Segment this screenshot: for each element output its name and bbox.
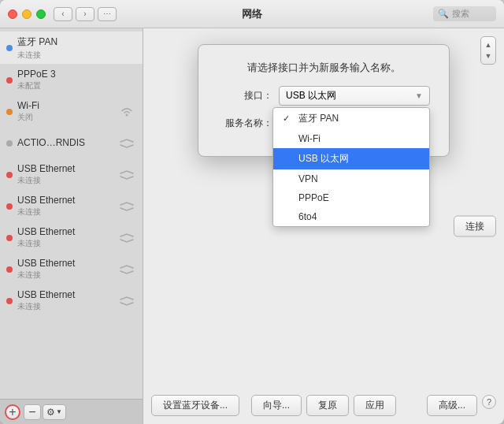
- arrows-icon: [117, 200, 136, 213]
- search-box[interactable]: 🔍 搜索: [433, 6, 496, 21]
- item-name: USB Ethernet: [17, 289, 117, 300]
- sidebar-item-actio-rndis[interactable]: ACTIO…RNDIS: [0, 127, 143, 158]
- item-status: 未连接: [17, 270, 117, 281]
- item-name: USB Ethernet: [17, 195, 117, 206]
- sidebar-item-usb-eth-3[interactable]: USB Ethernet 未连接: [0, 221, 143, 253]
- right-panel: ▲ ▼ 连接 请选择接口并为新服务输入名称。 接口： USB 以太网: [143, 28, 504, 424]
- dropdown-item-bt-pan[interactable]: ✓ 蓝牙 PAN: [273, 108, 429, 129]
- dropdown-item-pppoe[interactable]: PPPoE: [273, 188, 429, 207]
- wifi-icon: [117, 106, 136, 118]
- chevron-down-icon: ▼: [56, 409, 62, 415]
- item-status: 未连接: [17, 175, 117, 186]
- item-name: Wi-Fi: [17, 100, 117, 111]
- modal-title: 请选择接口并为新服务输入名称。: [217, 61, 430, 75]
- dropdown-item-label: 蓝牙 PAN: [298, 112, 339, 125]
- arrows-icon: [117, 232, 136, 244]
- item-name: 蓝牙 PAN: [17, 35, 136, 49]
- dropdown-item-usb-eth[interactable]: USB 以太网: [273, 148, 429, 169]
- dropdown-item-label: VPN: [298, 173, 318, 184]
- dropdown-item-label: PPPoE: [298, 192, 329, 203]
- selected-interface-value: USB 以太网: [286, 89, 336, 102]
- status-dot: [6, 140, 13, 147]
- dropdown-item-label: 6to4: [298, 211, 317, 222]
- window-title: 网络: [242, 7, 262, 21]
- sidebar-item-usb-eth-4[interactable]: USB Ethernet 未连接: [0, 253, 143, 285]
- minimize-button[interactable]: [22, 9, 32, 19]
- sidebar-item-pppoe3[interactable]: PPPoE 3 未配置: [0, 64, 143, 95]
- dropdown-item-label: Wi-Fi: [298, 133, 321, 144]
- sidebar-item-bluetooth-pan[interactable]: 蓝牙 PAN 未连接: [0, 32, 143, 64]
- service-name-label: 服务名称：: [217, 117, 272, 130]
- svg-point-0: [126, 113, 128, 116]
- remove-service-button[interactable]: −: [24, 404, 41, 420]
- main-content: 蓝牙 PAN 未连接 PPPoE 3 未配置 Wi-Fi: [0, 28, 504, 424]
- traffic-lights: [8, 9, 46, 19]
- item-name: USB Ethernet: [17, 258, 117, 269]
- network-window: ‹ › ⋯ 网络 🔍 搜索 蓝牙 PAN 未连接: [0, 0, 504, 424]
- item-name: PPPoE 3: [17, 69, 136, 80]
- item-status: 未连接: [17, 206, 117, 218]
- close-button[interactable]: [8, 9, 17, 19]
- item-name: ACTIO…RNDIS: [17, 137, 117, 148]
- item-status: 未配置: [17, 80, 136, 91]
- item-status: 未连接: [17, 238, 117, 249]
- arrows-icon: [117, 263, 136, 276]
- status-dot: [6, 77, 13, 84]
- status-dot: [6, 203, 13, 210]
- sidebar-toolbar: + − ⚙ ▼: [0, 399, 143, 424]
- status-dot: [6, 235, 13, 241]
- titlebar: ‹ › ⋯ 网络 🔍 搜索: [0, 0, 504, 28]
- maximize-button[interactable]: [36, 9, 46, 19]
- dropdown-item-label: USB 以太网: [298, 152, 349, 166]
- dropdown-item-vpn[interactable]: VPN: [273, 169, 429, 188]
- chevron-down-icon: ▼: [415, 91, 423, 100]
- status-dot: [6, 45, 13, 51]
- item-name: USB Ethernet: [17, 163, 117, 174]
- sidebar-list: 蓝牙 PAN 未连接 PPPoE 3 未配置 Wi-Fi: [0, 28, 143, 399]
- item-status: 关闭: [17, 112, 117, 123]
- settings-button[interactable]: ⚙ ▼: [43, 404, 66, 420]
- status-dot: [6, 109, 13, 115]
- back-button[interactable]: ‹: [54, 7, 72, 21]
- search-placeholder: 搜索: [452, 8, 469, 20]
- item-status: 未连接: [17, 50, 136, 61]
- grid-button[interactable]: ⋯: [98, 7, 117, 21]
- sidebar-item-wifi[interactable]: Wi-Fi 关闭: [0, 95, 143, 127]
- interface-label: 接口：: [217, 89, 272, 102]
- dropdown-item-wifi[interactable]: Wi-Fi: [273, 129, 429, 148]
- search-icon: 🔍: [438, 9, 449, 19]
- sidebar-item-usb-eth-1[interactable]: USB Ethernet 未连接: [0, 158, 143, 190]
- status-dot: [6, 172, 13, 178]
- gear-icon: ⚙: [46, 407, 55, 417]
- status-dot: [6, 298, 13, 304]
- status-dot: [6, 266, 13, 273]
- add-service-button[interactable]: +: [5, 404, 20, 420]
- forward-button[interactable]: ›: [76, 7, 94, 21]
- check-icon: ✓: [283, 113, 294, 124]
- item-name: USB Ethernet: [17, 226, 117, 237]
- sidebar-item-usb-eth-5[interactable]: USB Ethernet 未连接: [0, 285, 143, 316]
- sidebar: 蓝牙 PAN 未连接 PPPoE 3 未配置 Wi-Fi: [0, 28, 143, 424]
- arrows-icon: [117, 137, 136, 150]
- add-service-dialog: 请选择接口并为新服务输入名称。 接口： USB 以太网 ▼ ✓ 蓝牙 PAN: [198, 44, 450, 157]
- interface-dropdown: ✓ 蓝牙 PAN Wi-Fi USB 以太网: [272, 107, 430, 227]
- item-status: 未连接: [17, 301, 117, 312]
- interface-row: 接口： USB 以太网 ▼ ✓ 蓝牙 PAN: [217, 86, 430, 106]
- sidebar-item-usb-eth-2[interactable]: USB Ethernet 未连接: [0, 190, 143, 221]
- interface-select[interactable]: USB 以太网 ▼: [279, 86, 430, 106]
- arrows-icon: [117, 169, 136, 181]
- dropdown-item-6to4[interactable]: 6to4: [273, 207, 429, 226]
- arrows-icon: [117, 295, 136, 307]
- modal-overlay: 请选择接口并为新服务输入名称。 接口： USB 以太网 ▼ ✓ 蓝牙 PAN: [143, 28, 504, 424]
- nav-buttons: ‹ ›: [54, 7, 94, 21]
